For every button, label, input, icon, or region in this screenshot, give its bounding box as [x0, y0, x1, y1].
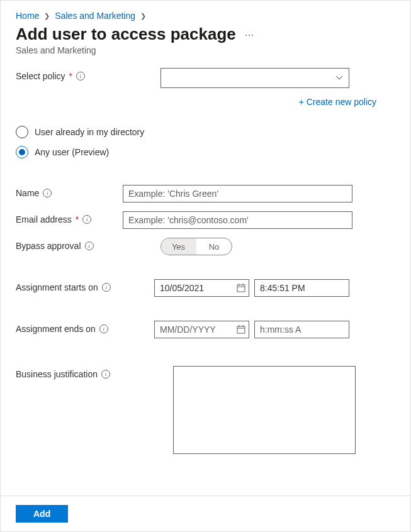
svg-rect-4 [237, 326, 245, 333]
ends-date-input[interactable] [154, 321, 249, 338]
ends-time-input[interactable] [254, 321, 349, 338]
starts-on-label: Assignment starts on [16, 282, 98, 292]
info-icon[interactable]: i [101, 370, 110, 379]
radio-unchecked-icon [16, 126, 28, 138]
justification-textarea[interactable] [173, 366, 356, 454]
chevron-right-icon: ❯ [44, 12, 50, 20]
radio-any-user[interactable]: Any user (Preview) [16, 146, 395, 158]
email-input[interactable] [123, 211, 352, 229]
info-icon[interactable]: i [99, 324, 108, 333]
select-policy-label: Select policy [16, 71, 65, 81]
radio-label-directory: User already in my directory [35, 127, 144, 137]
info-icon[interactable]: i [102, 283, 111, 292]
toggle-no[interactable]: No [196, 238, 232, 255]
bypass-label: Bypass approval [16, 241, 81, 251]
page-title: Add user to access package [16, 25, 236, 44]
footer: Add [1, 496, 410, 531]
more-options-icon[interactable]: ⋯ [245, 30, 254, 40]
select-policy-dropdown[interactable] [160, 68, 349, 88]
radio-checked-icon [16, 146, 28, 158]
info-icon[interactable]: i [82, 215, 91, 224]
justification-label: Business justification [16, 369, 98, 379]
breadcrumb: Home ❯ Sales and Marketing ❯ [16, 11, 395, 21]
email-label: Email address [16, 214, 72, 224]
breadcrumb-home[interactable]: Home [16, 11, 39, 21]
starts-date-input[interactable] [154, 279, 249, 297]
starts-time-input[interactable] [254, 279, 349, 297]
create-new-policy-link[interactable]: + Create new policy [299, 97, 376, 107]
radio-label-any-user: Any user (Preview) [35, 147, 109, 157]
add-button[interactable]: Add [16, 505, 68, 523]
chevron-right-icon: ❯ [140, 12, 146, 20]
calendar-icon[interactable] [237, 284, 245, 292]
page-subtitle: Sales and Marketing [16, 45, 395, 55]
info-icon[interactable]: i [43, 189, 52, 197]
toggle-yes[interactable]: Yes [161, 238, 196, 255]
ends-on-label: Assignment ends on [16, 324, 96, 334]
required-star: * [69, 71, 72, 81]
bypass-approval-toggle[interactable]: Yes No [160, 238, 232, 255]
calendar-icon[interactable] [237, 325, 245, 334]
required-star: * [76, 214, 79, 224]
info-icon[interactable]: i [85, 241, 94, 250]
name-label: Name [16, 188, 39, 198]
info-icon[interactable]: i [76, 72, 85, 80]
breadcrumb-sales[interactable]: Sales and Marketing [55, 11, 135, 21]
svg-rect-0 [237, 285, 245, 292]
radio-user-in-directory[interactable]: User already in my directory [16, 126, 395, 138]
name-input[interactable] [123, 185, 352, 202]
